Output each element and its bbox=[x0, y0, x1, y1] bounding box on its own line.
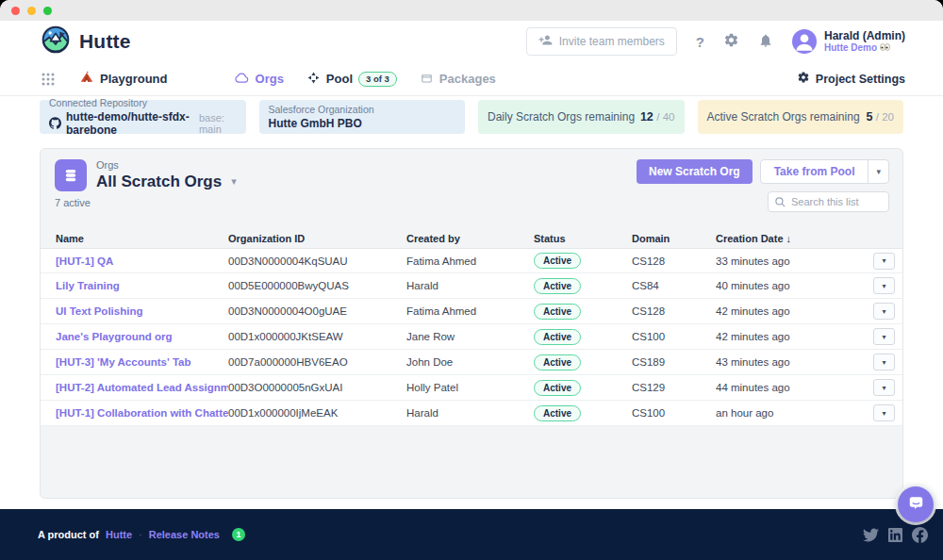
product-of-text: A product of bbox=[38, 529, 99, 540]
daily-total: / 40 bbox=[656, 111, 674, 123]
table-row: Jane's Playground org 00D1x000000JKtSEAW… bbox=[41, 324, 902, 350]
new-scratch-org-button[interactable]: New Scratch Org bbox=[637, 159, 753, 184]
take-from-pool-split-button: Take from Pool ▾ bbox=[760, 159, 889, 184]
table-row: UI Text Polishing 00D3N0000004O0gUAE Fat… bbox=[41, 299, 902, 324]
status-badge: Active bbox=[534, 354, 581, 371]
nav-item-pool[interactable]: Pool 3 of 3 bbox=[306, 71, 397, 88]
status-badge: Active bbox=[534, 405, 581, 421]
column-header-created-by[interactable]: Created by bbox=[406, 233, 534, 244]
status-badge: Active bbox=[534, 380, 581, 396]
status-badge: Active bbox=[534, 304, 581, 320]
connected-repository-card: Connected Repository hutte-demo/hutte-sf… bbox=[40, 100, 246, 134]
column-header-organization-id[interactable]: Organization ID bbox=[228, 233, 406, 244]
active-remaining-value: 5 bbox=[866, 110, 872, 124]
hutte-footer-link[interactable]: Hutte bbox=[106, 529, 132, 540]
org-name-link[interactable]: Jane's Playground org bbox=[56, 331, 228, 342]
gear-icon bbox=[723, 32, 739, 51]
column-header-status[interactable]: Status bbox=[534, 233, 632, 244]
repo-base-branch: base: main bbox=[199, 112, 237, 135]
domain-cell: CS128 bbox=[632, 255, 716, 267]
person-add-icon bbox=[538, 33, 553, 50]
row-actions-dropdown-button[interactable]: ▾ bbox=[873, 404, 895, 421]
created-by-cell: Fatima Ahmed bbox=[406, 305, 534, 317]
settings-button[interactable] bbox=[723, 32, 739, 51]
org-name-link[interactable]: [HUT-1] Collaboration with Chatter Feeds bbox=[56, 407, 228, 419]
nav-item-packages[interactable]: Packages bbox=[420, 71, 496, 88]
cloud-icon bbox=[234, 71, 250, 88]
minimize-button[interactable] bbox=[27, 7, 36, 15]
table-row: Lily Training 00D5E000000BwyQUAS Harald … bbox=[41, 273, 902, 299]
nav-playground-label: Playground bbox=[100, 72, 168, 86]
close-button[interactable] bbox=[11, 7, 20, 15]
table-row: [HUT-1] Collaboration with Chatter Feeds… bbox=[41, 401, 902, 426]
help-button[interactable]: ? bbox=[696, 34, 704, 50]
app-header: Hutte Invite team members ? bbox=[0, 21, 943, 62]
org-name-link[interactable]: [HUT-3] 'My Accounts' Tab bbox=[56, 356, 228, 368]
org-id-cell: 00D7a000000HBV6EAO bbox=[228, 356, 406, 368]
row-actions-dropdown-button[interactable]: ▾ bbox=[873, 328, 895, 345]
created-by-cell: Harald bbox=[406, 407, 534, 419]
eyes-emoji-icon bbox=[880, 42, 890, 54]
release-notes-link[interactable]: Release Notes bbox=[149, 529, 220, 540]
invite-button-label: Invite team members bbox=[559, 35, 665, 48]
take-from-pool-button[interactable]: Take from Pool bbox=[761, 160, 869, 183]
zoom-button[interactable] bbox=[43, 7, 52, 15]
release-notes-count-badge: 1 bbox=[232, 528, 245, 541]
org-name-link[interactable]: UI Text Polishing bbox=[56, 305, 228, 317]
org-table: Name Organization ID Created by Status D… bbox=[41, 228, 902, 426]
domain-cell: CS84 bbox=[632, 280, 716, 291]
sf-org-name: Hutte GmbH PBO bbox=[269, 117, 456, 130]
invite-team-members-button[interactable]: Invite team members bbox=[526, 27, 677, 56]
status-badge: Active bbox=[534, 253, 581, 269]
org-name-link[interactable]: [HUT-2] Automated Lead Assignment bbox=[56, 382, 228, 393]
brand[interactable]: Hutte bbox=[41, 25, 131, 58]
avatar bbox=[792, 29, 817, 54]
scratch-orgs-panel: Orgs All Scratch Orgs ▾ 7 active New Scr… bbox=[40, 148, 903, 499]
creation-date-cell: 40 minutes ago bbox=[716, 280, 852, 291]
pool-diamond-icon bbox=[306, 71, 321, 88]
notifications-button[interactable] bbox=[758, 33, 773, 51]
column-header-creation-date[interactable]: Creation Date ↓ bbox=[716, 233, 852, 244]
nav-pool-label: Pool bbox=[326, 72, 353, 86]
nav-item-playground[interactable]: Playground bbox=[79, 70, 168, 88]
org-id-cell: 00D3N0000004O0gUAE bbox=[228, 305, 406, 317]
list-view-selector[interactable]: All Scratch Orgs ▾ bbox=[96, 172, 237, 191]
chat-launcher-button[interactable] bbox=[898, 486, 934, 522]
nav-item-orgs[interactable]: Orgs bbox=[234, 71, 284, 88]
twitter-link[interactable] bbox=[863, 527, 879, 543]
facebook-link[interactable] bbox=[912, 527, 928, 543]
active-card-label: Active Scratch Orgs remaining bbox=[707, 110, 860, 124]
app-launcher-button[interactable] bbox=[41, 73, 55, 86]
table-row: [HUT-2] Automated Lead Assignment 00D3O0… bbox=[41, 375, 902, 401]
facebook-icon bbox=[912, 527, 928, 543]
row-actions-dropdown-button[interactable]: ▾ bbox=[873, 303, 895, 320]
row-actions-dropdown-button[interactable]: ▾ bbox=[873, 277, 895, 294]
linkedin-link[interactable] bbox=[888, 528, 902, 542]
created-by-cell: Holly Patel bbox=[406, 382, 534, 393]
creation-date-cell: 33 minutes ago bbox=[716, 255, 852, 267]
row-actions-dropdown-button[interactable]: ▾ bbox=[873, 253, 895, 270]
repo-name[interactable]: hutte-demo/hutte-sfdx-barebone bbox=[66, 110, 194, 137]
org-id-cell: 00D3O0000005nGxUAI bbox=[228, 382, 406, 393]
chevron-down-icon: ▾ bbox=[231, 175, 237, 188]
take-from-pool-caret-button[interactable]: ▾ bbox=[868, 160, 888, 183]
app-window: Hutte Invite team members ? bbox=[0, 0, 943, 560]
active-scratch-orgs-card: Active Scratch Orgs remaining 5 / 20 bbox=[698, 100, 904, 134]
project-nav: Playground Orgs Pool 3 of 3 Packages bbox=[0, 62, 943, 96]
user-menu[interactable]: Harald (Admin) Hutte Demo bbox=[792, 29, 905, 54]
chat-bubble-icon bbox=[907, 494, 925, 515]
domain-cell: CS100 bbox=[632, 407, 716, 419]
column-header-domain[interactable]: Domain bbox=[632, 233, 716, 244]
column-header-name[interactable]: Name bbox=[56, 233, 228, 244]
github-icon bbox=[49, 117, 61, 129]
sf-org-card-label: Salesforce Organization bbox=[269, 104, 456, 117]
row-actions-dropdown-button[interactable]: ▾ bbox=[873, 379, 895, 396]
org-name-link[interactable]: [HUT-1] QA bbox=[56, 255, 228, 267]
org-name-link[interactable]: Lily Training bbox=[56, 280, 228, 291]
creation-date-cell: 43 minutes ago bbox=[716, 356, 852, 368]
created-by-cell: Harald bbox=[406, 280, 534, 291]
creation-date-cell: 42 minutes ago bbox=[716, 305, 852, 317]
org-table-body: [HUT-1] QA 00D3N0000004KqSUAU Fatima Ahm… bbox=[41, 248, 902, 426]
row-actions-dropdown-button[interactable]: ▾ bbox=[873, 354, 895, 371]
project-settings-button[interactable]: Project Settings bbox=[797, 71, 905, 87]
